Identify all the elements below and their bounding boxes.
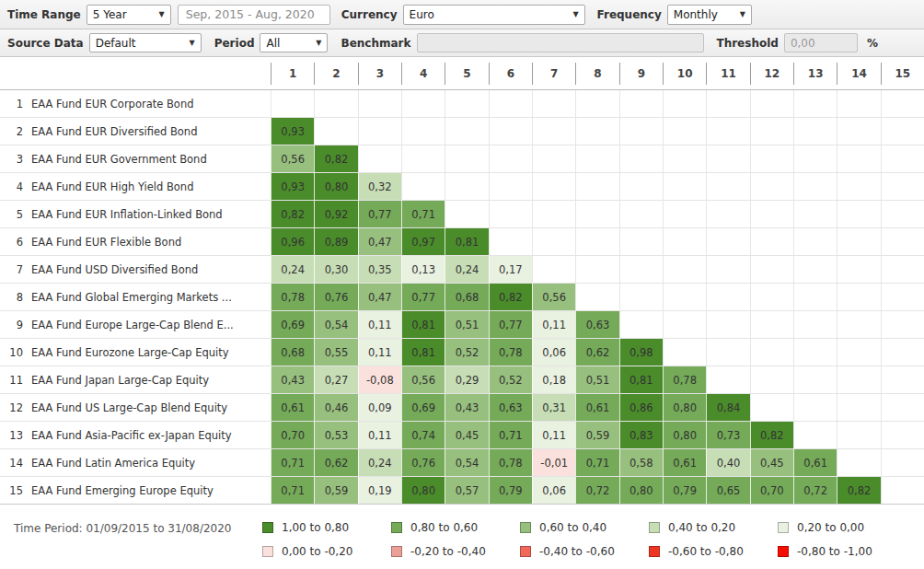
matrix-cell: 0,72 [793, 477, 837, 504]
legend: 1,00 to 0,80 0,80 to 0,60 0,60 to 0,40 0… [262, 516, 907, 563]
row-label: EAA Fund EUR Diversified Bond [31, 125, 197, 138]
matrix-cell: 0,19 [358, 477, 401, 504]
period-value: All [266, 37, 280, 50]
matrix-cell: 0,81 [401, 311, 445, 338]
column-header: 6 [489, 63, 532, 85]
matrix-cell [619, 145, 663, 172]
column-header: 12 [750, 63, 793, 85]
matrix-cell: 0,52 [445, 339, 488, 366]
matrix-cell [837, 90, 880, 117]
matrix-cell: 0,78 [489, 449, 532, 476]
row-label: EAA Fund USD Diversified Bond [31, 263, 198, 276]
matrix-cell [837, 422, 880, 448]
matrix-cell: 0,70 [750, 477, 793, 504]
column-header: 4 [401, 63, 445, 85]
matrix-cell [619, 173, 663, 200]
currency-select[interactable]: Euro ▼ [403, 5, 585, 25]
period-select[interactable]: All ▼ [260, 33, 328, 52]
row-label: EAA Fund US Large-Cap Blend Equity [31, 401, 227, 414]
column-header: 15 [881, 63, 924, 85]
matrix-row: 2 EAA Fund EUR Diversified Bond 0,93 [0, 118, 924, 145]
matrix-cell [750, 394, 793, 421]
legend-item-label: 0,20 to 0,00 [797, 521, 864, 534]
matrix-cell [314, 90, 357, 117]
time-range-label: Time Range [7, 8, 81, 21]
benchmark-input[interactable] [417, 33, 704, 52]
threshold-input[interactable] [784, 33, 858, 52]
matrix-cell [663, 201, 706, 227]
legend-swatch [649, 546, 660, 557]
legend-item: 0,00 to -0,20 [262, 540, 391, 563]
matrix-cell [401, 90, 445, 117]
legend-item-label: -0,80 to -1,00 [797, 545, 872, 558]
matrix-cell [532, 173, 575, 200]
frequency-select[interactable]: Monthly ▼ [667, 5, 752, 25]
row-number: 3 [0, 153, 31, 166]
row-number: 13 [0, 429, 31, 442]
matrix-row: 5 EAA Fund EUR Inflation-Linked Bond 0,8… [0, 201, 924, 228]
matrix-cell [663, 311, 706, 338]
matrix-cell [706, 311, 749, 338]
matrix-cell: 0,78 [663, 366, 706, 393]
matrix-cell [532, 118, 575, 145]
matrix-cell: 0,81 [445, 228, 488, 255]
matrix-cell: -0,01 [532, 449, 575, 476]
matrix-cell [793, 228, 837, 255]
matrix-cell [706, 90, 749, 117]
matrix-cell [663, 228, 706, 255]
matrix-cell: 0,89 [314, 228, 357, 255]
matrix-cell [619, 201, 663, 227]
matrix-cell [881, 228, 924, 255]
row-number: 9 [0, 319, 31, 331]
row-label-cell: 4 EAA Fund EUR High Yield Bond [0, 173, 271, 200]
source-data-select[interactable]: Default ▼ [89, 33, 202, 52]
time-range-value: 5 Year [93, 8, 127, 21]
column-header: 7 [532, 63, 575, 85]
column-header: 1 [271, 63, 314, 85]
row-label-cell: 8 EAA Fund Global Emerging Markets ... [0, 284, 271, 310]
matrix-cell [575, 90, 618, 117]
matrix-cell [837, 339, 880, 366]
matrix-cell [793, 422, 837, 448]
row-number: 1 [0, 98, 31, 110]
matrix-cell [532, 145, 575, 172]
matrix-cell [489, 118, 532, 145]
matrix-row: 4 EAA Fund EUR High Yield Bond 0,930,800… [0, 173, 924, 201]
matrix-cell [793, 145, 837, 172]
matrix-cell: 0,78 [489, 339, 532, 366]
time-range-select[interactable]: 5 Year ▼ [87, 5, 171, 25]
matrix-cell [881, 449, 924, 476]
matrix-cell [793, 394, 837, 421]
matrix-cell: 0,59 [575, 422, 618, 448]
matrix-cell: 0,30 [314, 256, 357, 283]
legend-item: 0,60 to 0,40 [520, 516, 649, 540]
matrix-cell [750, 256, 793, 283]
row-label: EAA Fund EUR Corporate Bond [31, 98, 193, 110]
row-number: 10 [0, 346, 31, 359]
matrix-cell [663, 256, 706, 283]
legend-item-label: -0,20 to -0,40 [410, 545, 486, 558]
matrix-cell: 0,11 [358, 339, 401, 366]
matrix-cell [532, 256, 575, 283]
matrix-cell: 0,61 [663, 449, 706, 476]
matrix-cell [750, 118, 793, 145]
chevron-down-icon: ▼ [159, 10, 165, 18]
matrix-cell: 0,11 [532, 311, 575, 338]
matrix-cell: 0,31 [532, 394, 575, 421]
matrix-cell [575, 145, 618, 172]
matrix-cell [881, 201, 924, 227]
legend-item: 0,40 to 0,20 [649, 516, 778, 540]
matrix-cell [837, 173, 880, 200]
matrix-cell: 0,43 [271, 366, 314, 393]
column-header: 11 [706, 63, 749, 85]
matrix-cell [706, 366, 749, 393]
matrix-cell: 0,79 [489, 477, 532, 504]
matrix-cell: 0,76 [401, 449, 445, 476]
matrix-cell [750, 90, 793, 117]
matrix-cell: 0,59 [314, 477, 357, 504]
matrix-row: 11 EAA Fund Japan Large-Cap Equity 0,430… [0, 366, 924, 394]
legend-item: -0,60 to -0,80 [649, 540, 778, 563]
column-header: 5 [445, 63, 488, 85]
matrix-cell: 0,71 [271, 449, 314, 476]
matrix-cell: 0,06 [532, 477, 575, 504]
